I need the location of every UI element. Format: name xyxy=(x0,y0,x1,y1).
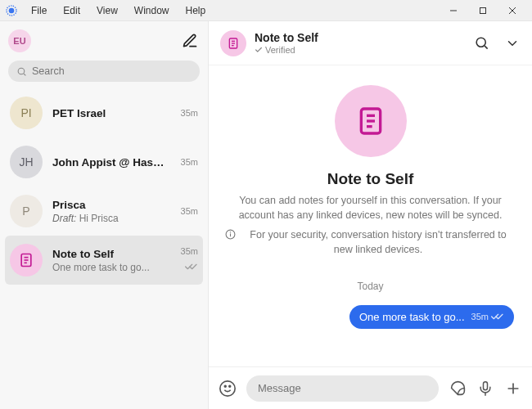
menu-view[interactable]: View xyxy=(88,2,126,19)
menu-window[interactable]: Window xyxy=(126,2,178,19)
security-notice: For your security, conversation history … xyxy=(225,227,516,257)
avatar: JH xyxy=(10,146,43,178)
read-receipt-icon xyxy=(491,312,504,321)
svg-point-24 xyxy=(230,232,231,233)
menu-help[interactable]: Help xyxy=(178,2,214,19)
menu-file[interactable]: File xyxy=(23,2,55,19)
svg-point-25 xyxy=(220,380,235,395)
emoji-button[interactable] xyxy=(219,380,237,398)
conversation-title: Note to Self xyxy=(255,31,318,44)
conversation-item[interactable]: P Prisca Draft: Hi Prisca 35m xyxy=(0,187,208,236)
svg-line-17 xyxy=(485,46,487,48)
plus-icon xyxy=(505,380,521,397)
message-row: One more task to go... 35m xyxy=(225,305,516,329)
verified-label: Verified xyxy=(255,45,318,55)
search-field[interactable] xyxy=(32,65,192,77)
note-icon xyxy=(354,105,387,137)
chevron-down-icon xyxy=(505,36,520,51)
sidebar: EU PI PET Israel 35m xyxy=(0,21,209,409)
conversation-name: Note to Self xyxy=(52,248,171,260)
conversation-time: 35m xyxy=(181,157,198,167)
conversation-item[interactable]: JH John Appist @ HashAnal... 35m xyxy=(0,137,208,187)
svg-point-1 xyxy=(9,7,15,13)
sidebar-header: EU xyxy=(0,21,208,61)
conversation-body: Note to Self You can add notes for yours… xyxy=(209,65,532,366)
search-icon xyxy=(16,66,27,77)
smile-icon xyxy=(219,380,237,398)
note-icon xyxy=(18,252,34,268)
conversation-list: PI PET Israel 35m JH John Appist @ HashA… xyxy=(0,88,208,409)
conversation-snippet: Draft: Hi Prisca xyxy=(52,213,171,224)
note-to-self-avatar xyxy=(10,244,43,276)
conversation-title-block[interactable]: Note to Self Verified xyxy=(255,31,318,55)
app-window: File Edit View Window Help EU xyxy=(0,0,532,409)
conversation-pane: Note to Self Verified Note to Self You c… xyxy=(209,21,532,409)
date-separator: Today xyxy=(357,281,383,292)
compose-button[interactable] xyxy=(180,31,200,51)
self-avatar[interactable]: EU xyxy=(8,29,31,52)
window-close-button[interactable] xyxy=(498,0,527,21)
search-in-conversation-button[interactable] xyxy=(473,35,489,52)
conversation-item-selected[interactable]: Note to Self One more task to go... 35m xyxy=(5,236,203,285)
conversation-name: PET Israel xyxy=(52,107,171,119)
messages: One more task to go... 35m xyxy=(225,300,516,329)
info-icon xyxy=(225,229,236,244)
conversation-time: 35m xyxy=(181,246,198,256)
svg-point-6 xyxy=(18,68,25,74)
message-text: One more task to go... xyxy=(359,311,465,323)
search-container xyxy=(0,61,208,88)
svg-point-26 xyxy=(224,385,226,387)
search-input[interactable] xyxy=(8,61,200,82)
conversation-item[interactable]: PI PET Israel 35m xyxy=(0,88,208,137)
svg-rect-28 xyxy=(484,381,488,389)
message-input[interactable] xyxy=(246,375,439,402)
conversation-hero-avatar xyxy=(335,85,407,157)
conversation-name: Prisca xyxy=(52,199,171,211)
composer xyxy=(209,366,532,409)
message-field[interactable] xyxy=(258,382,427,394)
sticker-icon xyxy=(449,380,467,397)
microphone-icon xyxy=(477,380,494,397)
avatar: P xyxy=(10,195,43,227)
window-minimize-button[interactable] xyxy=(439,0,468,21)
note-icon xyxy=(227,37,240,50)
window-maximize-button[interactable] xyxy=(468,0,498,21)
message-time: 35m xyxy=(471,312,489,321)
main-area: EU PI PET Israel 35m xyxy=(0,21,532,409)
menu-edit[interactable]: Edit xyxy=(55,2,88,19)
conversation-avatar[interactable] xyxy=(220,30,246,56)
menu-bar: File Edit View Window Help xyxy=(0,0,532,21)
conversation-snippet: One more task to go... xyxy=(52,262,171,273)
read-receipt-icon xyxy=(185,259,198,274)
conversation-menu-button[interactable] xyxy=(504,35,521,52)
conversation-name: John Appist @ HashAnal... xyxy=(52,156,171,169)
voice-message-button[interactable] xyxy=(476,380,494,398)
message-bubble-outgoing[interactable]: One more task to go... 35m xyxy=(349,305,514,329)
conversation-time: 35m xyxy=(181,108,198,118)
svg-point-27 xyxy=(229,385,231,387)
svg-rect-3 xyxy=(480,7,486,13)
conversation-hero-title: Note to Self xyxy=(327,170,414,188)
conversation-info-text: You can add notes for yourself in this c… xyxy=(225,193,516,222)
svg-point-16 xyxy=(476,38,485,47)
app-logo-icon xyxy=(5,4,18,17)
check-icon xyxy=(255,46,263,54)
svg-line-7 xyxy=(24,74,25,75)
avatar: PI xyxy=(10,97,43,129)
sticker-button[interactable] xyxy=(449,380,467,398)
attach-button[interactable] xyxy=(504,380,522,398)
conversation-header: Note to Self Verified xyxy=(209,21,532,65)
conversation-time: 35m xyxy=(181,206,198,216)
